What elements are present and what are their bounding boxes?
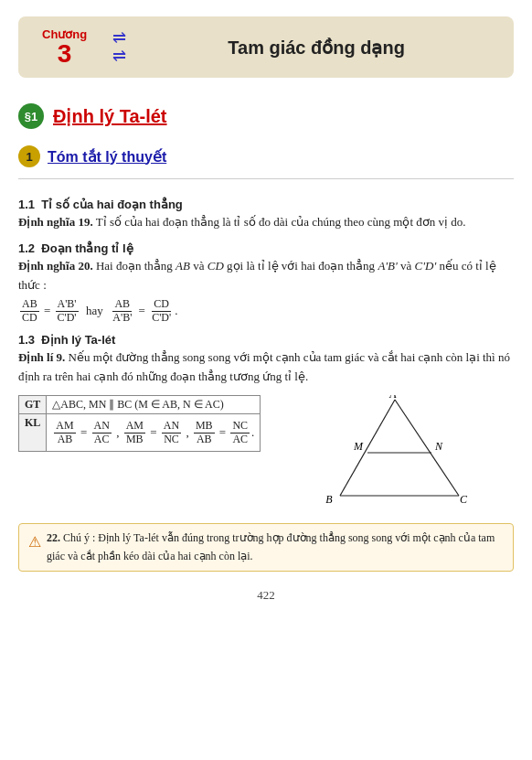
def-9: Định lí 9. Nếu một đường thẳng song song…	[18, 348, 514, 387]
gt-kl-table-wrapper: GT △ABC, MN ∥ BC (M ∈ AB, N ∈ AC) KL AMA…	[18, 395, 261, 514]
note-content: Chú ý : Định lý Ta-lét vẫn đúng trong tr…	[47, 531, 495, 562]
note-number: 22.	[47, 531, 60, 544]
svg-line-1	[395, 400, 459, 496]
section-badge: §1	[18, 103, 44, 129]
part-1-3-number: 1.3 Định lý Ta-lét	[18, 333, 514, 347]
def-20: Định nghĩa 20. Hai đoạn thẳng AB và CD g…	[18, 257, 514, 324]
section-title: Định lý Ta-lét	[53, 105, 167, 127]
chapter-number: 3	[58, 41, 72, 67]
gt-row: GT △ABC, MN ∥ BC (M ∈ AB, N ∈ AC)	[19, 396, 261, 414]
subsection-badge: 1	[18, 145, 40, 167]
svg-text:C: C	[460, 493, 468, 506]
svg-text:M: M	[353, 440, 364, 453]
gt-kl-section: GT △ABC, MN ∥ BC (M ∈ AB, N ∈ AC) KL AMA…	[18, 395, 514, 514]
svg-text:N: N	[434, 440, 443, 453]
gt-kl-table: GT △ABC, MN ∥ BC (M ∈ AB, N ∈ AC) KL AMA…	[18, 395, 261, 451]
def-9-label: Định lí 9.	[18, 350, 65, 364]
gt-label: GT	[19, 396, 47, 414]
gt-content: △ABC, MN ∥ BC (M ∈ AB, N ∈ AC)	[47, 396, 261, 414]
subsection-title: Tóm tắt lý thuyết	[48, 148, 166, 166]
warning-icon: ⚠	[28, 530, 41, 554]
chapter-arrows-icon: ⇌ ⇌	[112, 29, 126, 66]
chapter-title: Tam giác đồng dạng	[133, 37, 499, 59]
formula-1-2: ABCD = A'B'C'D' hay ABA'B' = CDC'D' .	[18, 298, 514, 323]
triangle-svg: A B C M N	[322, 395, 468, 514]
def-19-text: Tỉ số của hai đoạn thẳng là tỉ số đo dài…	[93, 215, 466, 229]
page-number: 422	[0, 588, 532, 612]
kl-content: AMAB = ANAC , AMMB = ANNC , MBAB =	[47, 414, 261, 451]
chapter-header: Chương 3 ⇌ ⇌ Tam giác đồng dạng	[18, 16, 514, 78]
subsection-header: 1 Tóm tắt lý thuyết	[18, 145, 514, 167]
page: Chương 3 ⇌ ⇌ Tam giác đồng dạng §1 Định …	[0, 16, 532, 760]
kl-row: KL AMAB = ANAC , AMMB = ANNC ,	[19, 414, 261, 451]
section-header: §1 Định lý Ta-lét	[18, 103, 514, 129]
content-area: 1.1 Tỉ số của hai đoạn thẳng Định nghĩa …	[18, 178, 514, 572]
def-20-label: Định nghĩa 20.	[18, 259, 93, 273]
part-1-2-number: 1.2 Đoạn thẳng tỉ lệ	[18, 241, 514, 255]
chapter-box: Chương 3	[33, 24, 96, 70]
part-1-1-number: 1.1 Tỉ số của hai đoạn thẳng	[18, 198, 514, 211]
svg-line-0	[340, 400, 395, 496]
def-19-label: Định nghĩa 19.	[18, 215, 93, 229]
note-text: 22. Chú ý : Định lý Ta-lét vẫn đúng tron…	[47, 530, 504, 564]
svg-text:B: B	[325, 493, 333, 506]
def-9-text: Nếu một đường thẳng song song với một cạ…	[18, 350, 510, 383]
def-19: Định nghĩa 19. Tỉ số của hai đoạn thẳng …	[18, 213, 514, 232]
triangle-diagram: A B C M N	[275, 395, 514, 514]
svg-text:A: A	[388, 395, 397, 401]
kl-label: KL	[19, 414, 47, 451]
note-box: ⚠ 22. Chú ý : Định lý Ta-lét vẫn đúng tr…	[18, 523, 514, 571]
